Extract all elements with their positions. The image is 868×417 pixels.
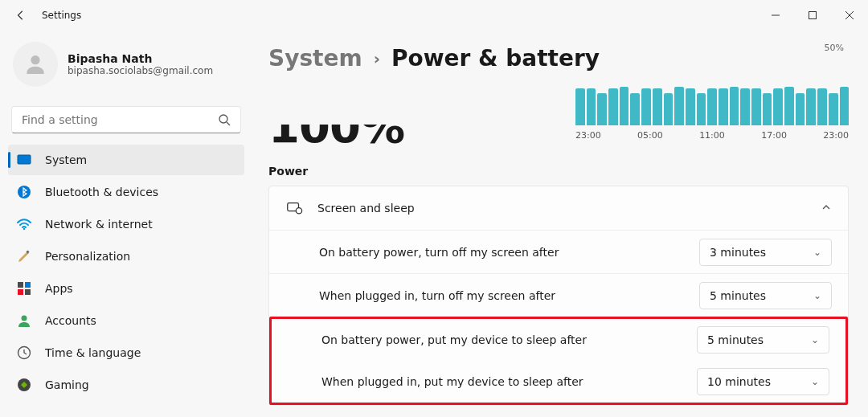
battery-percentage-large: 100% [268,125,404,149]
svg-point-16 [22,316,27,321]
svg-rect-14 [18,289,23,295]
svg-rect-7 [18,155,31,164]
svg-line-6 [227,122,230,125]
accounts-icon [16,313,32,329]
sleep-settings-highlight: On battery power, put my device to sleep… [269,317,848,405]
breadcrumb-parent[interactable]: System [268,45,362,72]
sidebar-item-system[interactable]: System [8,145,244,175]
sidebar-item-apps[interactable]: Apps [8,273,244,304]
sidebar-item-label: Network & internet [45,218,153,231]
battery-history-chart[interactable]: 50% 23:00 05:00 11:00 17:00 23:00 [575,75,849,141]
sidebar-item-gaming[interactable]: Gaming [8,370,244,400]
svg-rect-13 [25,282,31,288]
sidebar-item-personalization[interactable]: Personalization [8,241,244,272]
profile-name: Bipasha Nath [68,52,213,65]
row-label: When plugged in, turn off my screen afte… [319,289,699,302]
svg-rect-15 [25,289,31,295]
screen-off-battery-row: On battery power, turn off my screen aft… [269,230,848,273]
sidebar-item-label: System [45,153,87,166]
sidebar-item-accounts[interactable]: Accounts [8,305,244,336]
profile-email: bipasha.sociolabs@gmail.com [68,65,213,76]
screen-and-sleep-title: Screen and sleep [317,202,415,215]
search-field[interactable] [22,113,218,126]
user-profile[interactable]: Bipasha Nath bipasha.sociolabs@gmail.com [8,31,244,98]
breadcrumb-current: Power & battery [391,45,600,72]
svg-rect-1 [809,12,817,19]
sleep-battery-row: On battery power, put my device to sleep… [272,319,845,361]
sleep-plugged-row: When plugged in, put my device to sleep … [272,361,845,403]
chevron-down-icon: ⌄ [813,247,821,258]
chevron-down-icon: ⌄ [811,376,819,387]
section-power: Power [268,165,849,178]
apps-icon [16,280,32,296]
row-label: On battery power, put my device to sleep… [321,333,697,346]
brush-icon [16,248,32,264]
screen-off-plugged-select[interactable]: 5 minutes ⌄ [699,282,832,309]
sidebar-item-label: Time & language [45,346,141,359]
sidebar-item-label: Bluetooth & devices [45,186,158,198]
sidebar-item-label: Accounts [45,314,96,327]
sidebar-item-label: Apps [45,282,73,295]
wifi-icon [16,216,32,232]
avatar [13,42,58,87]
svg-point-20 [296,208,301,214]
chevron-down-icon: ⌄ [811,334,819,345]
svg-point-5 [219,115,227,123]
chart-y-label: 50% [571,43,844,53]
minimize-button[interactable] [757,0,794,31]
sidebar-item-bluetooth[interactable]: Bluetooth & devices [8,177,244,207]
sidebar-item-label: Gaming [45,378,89,391]
chevron-right-icon: › [374,49,380,68]
sidebar-item-network[interactable]: Network & internet [8,209,244,239]
screen-and-sleep-header[interactable]: Screen and sleep [269,186,848,230]
bluetooth-icon [16,184,32,200]
screen-off-plugged-row: When plugged in, turn off my screen afte… [269,273,848,317]
row-label: On battery power, turn off my screen aft… [319,246,699,259]
window-title: Settings [42,10,81,21]
row-label: When plugged in, put my device to sleep … [321,375,697,388]
sleep-plugged-select[interactable]: 10 minutes ⌄ [697,368,829,395]
search-icon [218,113,231,126]
screen-off-battery-select[interactable]: 3 minutes ⌄ [699,239,832,266]
sleep-battery-select[interactable]: 5 minutes ⌄ [697,326,829,354]
svg-point-10 [23,228,25,230]
back-button[interactable] [11,6,31,25]
search-input[interactable] [11,106,241,133]
sidebar-item-label: Personalization [45,250,130,263]
chevron-down-icon: ⌄ [813,290,821,301]
clock-icon [16,345,32,361]
close-button[interactable] [831,0,868,31]
gaming-icon [16,377,32,393]
chart-x-axis: 23:00 05:00 11:00 17:00 23:00 [575,130,849,141]
screen-sleep-icon [285,199,303,217]
svg-rect-12 [18,282,23,288]
system-icon [16,152,32,168]
chart-bars [575,85,849,125]
chevron-up-icon [821,201,832,216]
screen-and-sleep-card: Screen and sleep On battery power, turn … [268,186,849,406]
sidebar-item-time[interactable]: Time & language [8,337,244,368]
svg-point-4 [31,55,39,64]
maximize-button[interactable] [794,0,831,31]
